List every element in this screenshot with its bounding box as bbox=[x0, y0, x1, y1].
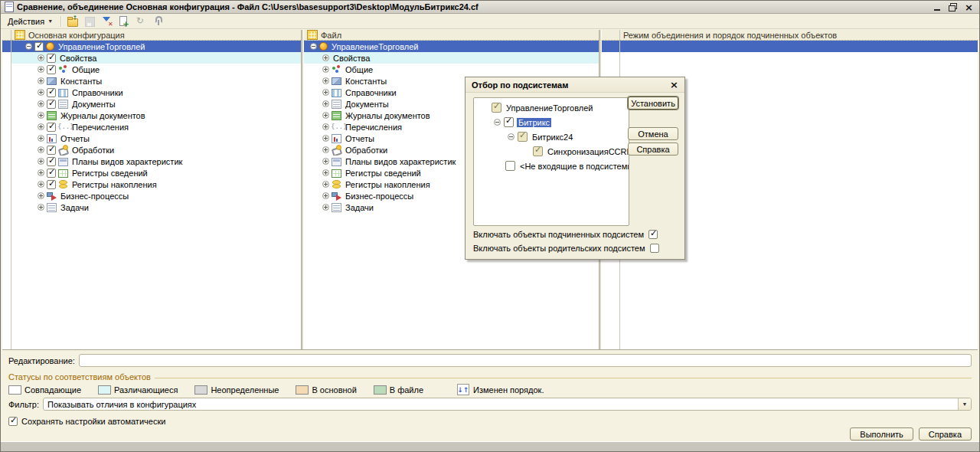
subsystem-checkbox[interactable] bbox=[505, 161, 515, 171]
tree-row[interactable]: Константы bbox=[11, 75, 301, 87]
expander-plus-icon[interactable] bbox=[38, 66, 44, 73]
expander-minus-icon[interactable] bbox=[310, 43, 317, 50]
expander-plus-icon[interactable] bbox=[38, 112, 44, 119]
subsystem-tree-row[interactable]: <Не входящие в подсистемы> bbox=[474, 159, 629, 173]
tree-row-cell[interactable] bbox=[602, 64, 619, 75]
dialog-option-checkbox[interactable] bbox=[648, 230, 658, 239]
tree-row-cell[interactable] bbox=[2, 98, 11, 110]
expander-plus-icon[interactable] bbox=[322, 146, 329, 153]
row-checkbox[interactable] bbox=[47, 157, 56, 166]
tree-row[interactable]: Общие bbox=[304, 64, 599, 75]
expander-plus-icon[interactable] bbox=[322, 66, 329, 73]
row-checkbox[interactable] bbox=[47, 146, 56, 155]
expander-plus-icon[interactable] bbox=[38, 158, 44, 165]
expander-minus-icon[interactable] bbox=[25, 43, 32, 50]
expander-minus-icon[interactable] bbox=[508, 133, 514, 140]
row-checkbox[interactable] bbox=[47, 123, 56, 132]
header-selector-column[interactable] bbox=[2, 30, 11, 41]
tree-row[interactable]: Перечисления bbox=[11, 121, 301, 133]
tree-row-cell[interactable] bbox=[2, 133, 11, 144]
header-merge-mode[interactable]: Режим объединения и порядок подчиненных … bbox=[620, 30, 978, 41]
expander-plus-icon[interactable] bbox=[322, 89, 329, 96]
expander-plus-icon[interactable] bbox=[38, 123, 44, 130]
row-checkbox[interactable] bbox=[34, 42, 44, 51]
expander-plus-icon[interactable] bbox=[322, 169, 329, 176]
row-checkbox[interactable] bbox=[47, 88, 56, 97]
tree-row[interactable]: Планы видов характеристик bbox=[11, 156, 301, 167]
expander-plus-icon[interactable] bbox=[322, 123, 329, 130]
expander-plus-icon[interactable] bbox=[322, 158, 329, 165]
expander-plus-icon[interactable] bbox=[38, 181, 44, 188]
expander-plus-icon[interactable] bbox=[322, 112, 329, 119]
expander-plus-icon[interactable] bbox=[38, 89, 44, 96]
tree-row-cell[interactable] bbox=[620, 52, 978, 64]
close-button[interactable]: × bbox=[962, 2, 975, 12]
tree-row[interactable]: Справочники bbox=[11, 87, 301, 98]
tree-row-cell[interactable] bbox=[2, 64, 11, 75]
header-main-configuration[interactable]: Основная конфигурация bbox=[11, 30, 301, 41]
tree-row-cell[interactable] bbox=[2, 121, 11, 133]
tree-row-cell[interactable] bbox=[2, 167, 11, 179]
expander-plus-icon[interactable] bbox=[38, 204, 44, 211]
tree-row-cell[interactable] bbox=[2, 75, 11, 87]
tree-row-cell[interactable] bbox=[620, 64, 978, 75]
restore-button[interactable] bbox=[946, 2, 959, 12]
minimize-button[interactable] bbox=[930, 2, 943, 12]
tree-row[interactable]: Документы bbox=[11, 98, 301, 110]
subsystem-checkbox[interactable] bbox=[518, 132, 528, 142]
expander-plus-icon[interactable] bbox=[322, 204, 329, 211]
subsystem-checkbox[interactable] bbox=[504, 117, 514, 127]
expander-plus-icon[interactable] bbox=[38, 100, 44, 107]
tree-row[interactable]: УправлениеТорговлей bbox=[11, 41, 301, 52]
tree-row[interactable]: Регистры накопления bbox=[11, 179, 301, 190]
tree-row-cell[interactable] bbox=[602, 52, 619, 64]
subsystem-tree-row[interactable]: Битрикс bbox=[474, 115, 629, 129]
expander-plus-icon[interactable] bbox=[322, 192, 329, 199]
subsystem-checkbox[interactable] bbox=[492, 103, 501, 113]
tree-row-cell[interactable] bbox=[2, 87, 11, 98]
tree-row-cell[interactable] bbox=[2, 156, 11, 167]
header-file[interactable]: Файл bbox=[304, 30, 599, 41]
expander-plus-icon[interactable] bbox=[322, 77, 329, 84]
tree-row[interactable]: Бизнес-процессы bbox=[11, 190, 301, 201]
expander-plus-icon[interactable] bbox=[38, 169, 44, 176]
tree-row-cell[interactable] bbox=[2, 110, 11, 121]
autosave-checkbox[interactable] bbox=[8, 417, 18, 426]
tree-row-cell[interactable] bbox=[2, 52, 11, 64]
comparison-settings-button[interactable] bbox=[116, 15, 131, 28]
filter-combobox[interactable]: Показывать отличия в конфигурациях ▼ bbox=[43, 398, 972, 411]
expander-plus-icon[interactable] bbox=[322, 181, 329, 188]
refresh-button[interactable] bbox=[132, 15, 148, 28]
save-settings-button[interactable] bbox=[82, 15, 97, 28]
subsystem-checkbox[interactable] bbox=[533, 146, 543, 156]
row-checkbox[interactable] bbox=[47, 169, 56, 178]
tree-row-cell[interactable] bbox=[620, 41, 978, 52]
tree-row-cell[interactable] bbox=[2, 201, 11, 213]
tree-row[interactable]: УправлениеТорговлей bbox=[304, 41, 599, 52]
actions-menu-button[interactable]: Действия ▼ bbox=[4, 16, 57, 27]
pane-splitter[interactable] bbox=[301, 30, 303, 349]
expander-plus-icon[interactable] bbox=[38, 54, 44, 61]
dialog-help-button[interactable]: Справка bbox=[628, 142, 678, 156]
expander-plus-icon[interactable] bbox=[38, 192, 44, 199]
tree-row[interactable]: Регистры сведений bbox=[11, 167, 301, 179]
dropdown-arrow-icon[interactable]: ▼ bbox=[958, 398, 971, 410]
subsystem-tree-row[interactable]: УправлениеТорговлей bbox=[474, 100, 629, 115]
tree-row[interactable]: Отчеты bbox=[11, 133, 301, 144]
expander-plus-icon[interactable] bbox=[322, 54, 329, 61]
expander-plus-icon[interactable] bbox=[38, 146, 44, 153]
tree-row[interactable]: Обработки bbox=[11, 144, 301, 156]
row-checkbox[interactable] bbox=[47, 54, 56, 63]
tree-row[interactable]: Свойства bbox=[11, 52, 301, 64]
subsystem-tree-row[interactable]: Битрикс24 bbox=[474, 129, 629, 144]
subsystem-filter-button[interactable] bbox=[99, 15, 114, 28]
tree-row[interactable]: Задачи bbox=[11, 201, 301, 213]
editing-input[interactable] bbox=[79, 354, 972, 367]
header-merge-mode-column[interactable] bbox=[602, 30, 619, 41]
row-checkbox[interactable] bbox=[47, 180, 56, 189]
tree-row-cell[interactable] bbox=[2, 41, 11, 52]
expander-plus-icon[interactable] bbox=[322, 135, 329, 142]
expander-minus-icon[interactable] bbox=[494, 119, 501, 126]
dialog-option-checkbox[interactable] bbox=[650, 244, 659, 253]
tree-row[interactable]: Свойства bbox=[304, 52, 599, 64]
